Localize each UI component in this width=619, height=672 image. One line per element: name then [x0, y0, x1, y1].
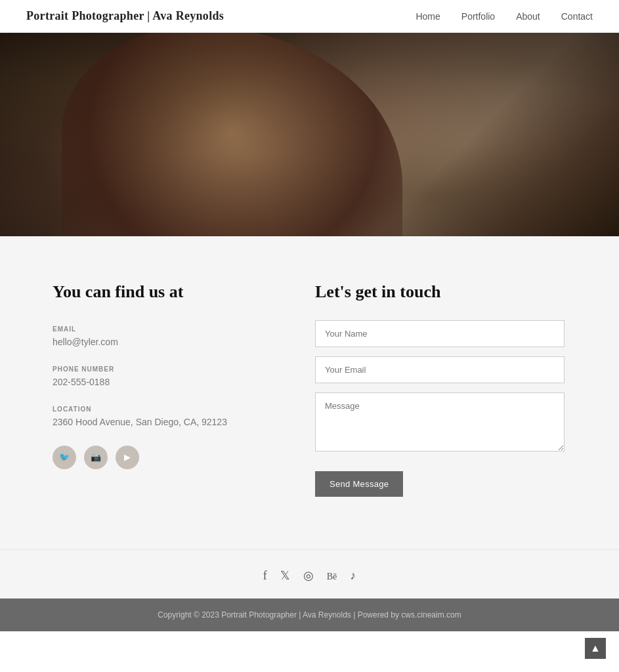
phone-field: PHONE NUMBER 202-555-0188: [53, 366, 276, 387]
nav-about[interactable]: About: [516, 11, 540, 22]
main-nav: Home Portfolio About Contact: [416, 11, 593, 22]
email-field: EMAIL hello@tyler.com: [53, 326, 276, 347]
contact-section: You can find us at EMAIL hello@tyler.com…: [0, 236, 619, 549]
footer-social-icons: f 𝕏 ◎ Bē ♪: [0, 568, 619, 583]
email-input[interactable]: [315, 356, 565, 383]
location-value: 2360 Hood Avenue, San Diego, CA, 92123: [53, 417, 276, 427]
site-title: Portrait Photographer | Ava Reynolds: [26, 9, 224, 23]
message-input[interactable]: [315, 392, 565, 452]
form-heading: Let's get in touch: [315, 282, 565, 302]
footer-twitter-icon[interactable]: 𝕏: [280, 568, 290, 583]
youtube-icon[interactable]: ▶: [116, 446, 139, 469]
instagram-icon[interactable]: 📷: [84, 446, 108, 469]
copyright-bar: Copyright © 2023 Portrait Photographer |…: [0, 598, 619, 631]
nav-portfolio[interactable]: Portfolio: [461, 11, 495, 22]
email-field-group: [315, 356, 565, 383]
find-us-heading: You can find us at: [53, 282, 276, 302]
footer-behance-icon[interactable]: Bē: [327, 569, 337, 583]
name-input[interactable]: [315, 320, 565, 347]
contact-form-panel: Let's get in touch Send Message: [315, 282, 565, 497]
find-us-panel: You can find us at EMAIL hello@tyler.com…: [53, 282, 276, 497]
email-label: EMAIL: [53, 326, 276, 333]
message-field-group: [315, 392, 565, 454]
location-field: LOCATION 2360 Hood Avenue, San Diego, CA…: [53, 406, 276, 427]
copyright-text: Copyright © 2023 Portrait Photographer |…: [158, 610, 461, 620]
footer-social-section: f 𝕏 ◎ Bē ♪: [0, 549, 619, 598]
hero-section: [0, 33, 619, 236]
name-field-group: [315, 320, 565, 347]
phone-label: PHONE NUMBER: [53, 366, 276, 373]
location-label: LOCATION: [53, 406, 276, 413]
send-message-button[interactable]: Send Message: [315, 471, 403, 497]
site-header: Portrait Photographer | Ava Reynolds Hom…: [0, 0, 619, 33]
phone-value: 202-555-0188: [53, 377, 276, 387]
nav-home[interactable]: Home: [416, 11, 440, 22]
nav-contact[interactable]: Contact: [561, 11, 593, 22]
email-value: hello@tyler.com: [53, 337, 276, 347]
footer-facebook-icon[interactable]: f: [263, 569, 267, 583]
footer-tiktok-icon[interactable]: ♪: [350, 569, 356, 583]
footer-instagram-icon[interactable]: ◎: [303, 568, 314, 583]
twitter-icon[interactable]: 🐦: [53, 446, 76, 469]
social-icons: 🐦 📷 ▶: [53, 446, 276, 469]
